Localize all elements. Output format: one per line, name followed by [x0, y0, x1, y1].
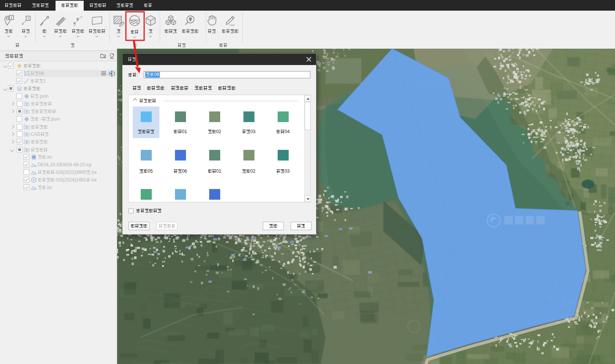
svg-text:T: T — [10, 16, 13, 20]
svg-text:T: T — [27, 17, 29, 21]
svg-text:LRC: LRC — [32, 157, 35, 158]
